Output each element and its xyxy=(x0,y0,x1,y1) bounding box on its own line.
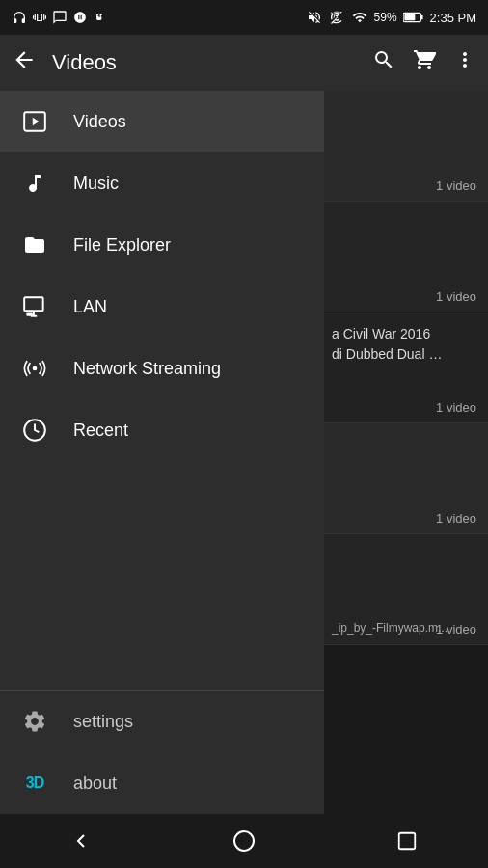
mute-icon xyxy=(307,10,322,25)
svg-marker-4 xyxy=(33,118,40,126)
sidebar-item-recent[interactable]: Recent xyxy=(0,399,324,461)
vibrate-icon xyxy=(33,10,46,25)
sidebar-item-settings[interactable]: settings xyxy=(0,691,324,752)
svg-rect-12 xyxy=(398,833,415,850)
nav-bar xyxy=(0,814,488,868)
monitor-icon xyxy=(19,291,50,322)
sidebar-nav: Videos Music File Explorer xyxy=(0,91,324,690)
back-button[interactable] xyxy=(12,47,37,79)
sidebar-item-lan[interactable]: LAN xyxy=(0,276,324,338)
sidebar-bottom: settings 3D about xyxy=(0,690,324,814)
nav-recents-button[interactable] xyxy=(378,814,436,868)
battery-icon xyxy=(403,11,424,24)
battery-percent: 59% xyxy=(374,11,397,24)
folder-count-2: 1 video xyxy=(436,289,476,304)
sidebar-item-about[interactable]: 3D about xyxy=(0,752,324,814)
search-button[interactable] xyxy=(372,48,395,77)
sidebar-label-recent: Recent xyxy=(73,420,128,441)
top-bar: Videos xyxy=(0,35,488,91)
sidebar: Videos Music File Explorer xyxy=(0,91,324,814)
sms-icon xyxy=(52,10,68,25)
3d-icon: 3D xyxy=(19,768,50,799)
no-signal-icon xyxy=(328,10,345,25)
folder-item-2[interactable]: 1 video xyxy=(324,202,488,312)
svg-rect-5 xyxy=(24,297,42,311)
folder-count-1: 1 video xyxy=(436,178,476,193)
main-container: Videos Music File Explorer xyxy=(0,91,488,814)
status-icons-right: 59% 2:35 PM xyxy=(307,10,476,25)
svg-rect-1 xyxy=(404,14,415,20)
sidebar-item-videos[interactable]: Videos xyxy=(0,91,324,152)
sidebar-label-settings: settings xyxy=(73,712,133,732)
headphone-icon xyxy=(12,10,27,25)
svg-rect-2 xyxy=(420,15,422,20)
music-icon xyxy=(19,168,50,199)
folder-item-3[interactable]: a Civil War 2016 di Dubbed Dual … 1 vide… xyxy=(324,312,488,423)
nav-home-button[interactable] xyxy=(215,814,273,868)
page-title: Videos xyxy=(52,50,357,75)
folder-item-1[interactable]: 1 video xyxy=(324,91,488,202)
folder-count-4: 1 video xyxy=(436,511,476,526)
folder-title-3: a Civil War 2016 di Dubbed Dual … xyxy=(332,324,442,365)
sidebar-label-network-streaming: Network Streaming xyxy=(73,359,221,379)
sidebar-label-file-explorer: File Explorer xyxy=(73,235,171,256)
sidebar-label-music: Music xyxy=(73,174,119,194)
sidebar-item-network-streaming[interactable]: Network Streaming xyxy=(0,338,324,399)
folder-count-3: 1 video xyxy=(436,400,476,415)
wifi-streaming-icon xyxy=(19,353,50,384)
folder-icon xyxy=(19,230,50,260)
svg-point-9 xyxy=(33,366,38,371)
gear-icon xyxy=(19,706,50,737)
signal-bars-icon xyxy=(351,10,368,25)
app-icon xyxy=(73,10,87,25)
sidebar-label-about: about xyxy=(73,773,117,794)
sidebar-item-music[interactable]: Music xyxy=(0,152,324,214)
top-bar-actions xyxy=(372,48,476,77)
sidebar-label-videos: Videos xyxy=(73,112,126,132)
cart-button[interactable] xyxy=(413,48,436,77)
clock-icon xyxy=(19,415,50,446)
svg-rect-8 xyxy=(26,313,32,316)
more-button[interactable] xyxy=(453,48,476,77)
status-time: 2:35 PM xyxy=(430,11,476,25)
sidebar-item-file-explorer[interactable]: File Explorer xyxy=(0,214,324,276)
play-icon xyxy=(19,106,50,137)
folder-title-5: _ip_by_-Filmywap.m... xyxy=(332,621,447,635)
nav-back-button[interactable] xyxy=(52,814,110,868)
svg-point-11 xyxy=(234,831,254,851)
folder-item-4[interactable]: 1 video xyxy=(324,423,488,534)
usb-icon xyxy=(93,10,106,25)
status-bar: 59% 2:35 PM xyxy=(0,0,488,35)
folder-item-5[interactable]: _ip_by_-Filmywap.m... 1 video xyxy=(324,534,488,645)
status-icons-left xyxy=(12,10,106,25)
sidebar-label-lan: LAN xyxy=(73,297,107,317)
content-area: 1 video 1 video a Civil War 2016 di Dubb… xyxy=(324,91,488,814)
